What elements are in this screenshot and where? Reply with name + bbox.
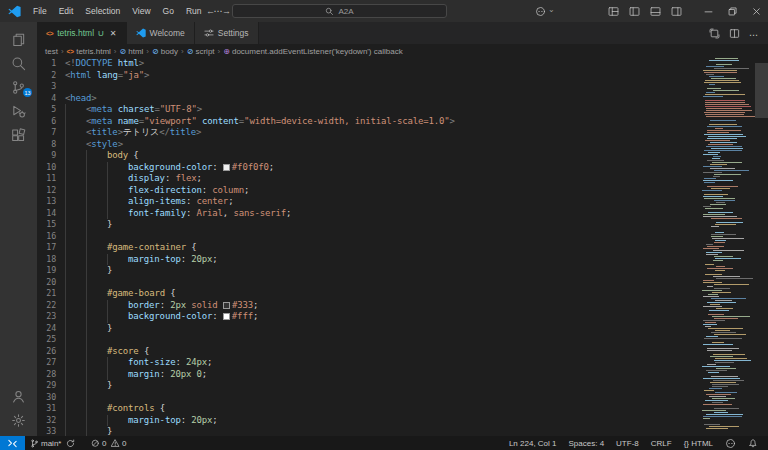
code-line: 1<!DOCTYPE html> — [37, 58, 698, 70]
extensions-button[interactable] — [0, 123, 37, 147]
indent-guide — [65, 185, 86, 197]
minimap-line — [713, 156, 721, 157]
color-swatch[interactable] — [223, 302, 230, 309]
minimap-line — [712, 386, 728, 387]
code-line: 15} — [37, 219, 698, 231]
code-token: "UTF-8" — [160, 104, 197, 114]
minimap-line — [714, 174, 741, 175]
source-control-button[interactable]: 13 — [0, 75, 37, 99]
minimap-line — [705, 322, 716, 323]
minimap-line — [702, 190, 722, 191]
split-editor-icon[interactable] — [729, 28, 740, 39]
menu-run[interactable]: Run — [180, 0, 208, 22]
minimap-line — [703, 280, 714, 281]
toggle-secondary-sidebar-icon[interactable] — [671, 6, 682, 17]
restore-icon[interactable] — [720, 0, 744, 22]
minimap-line — [714, 408, 738, 409]
breadcrumb-item[interactable]: test — [45, 47, 58, 56]
code-token: ; — [212, 415, 217, 425]
manage-gear-button[interactable] — [0, 408, 37, 432]
close-icon[interactable] — [744, 0, 768, 22]
code-editor[interactable]: 1<!DOCTYPE html>2<html lang="ja">34<head… — [37, 58, 768, 436]
accounts-button[interactable] — [0, 384, 37, 408]
git-branch-item[interactable]: main* — [25, 436, 80, 450]
color-swatch[interactable] — [223, 313, 230, 320]
minimap-line — [706, 146, 742, 147]
code-token: : — [186, 196, 197, 206]
minimap-line — [708, 136, 747, 137]
toggle-primary-sidebar-icon[interactable] — [629, 6, 640, 17]
forward-icon[interactable]: → — [222, 6, 231, 16]
tab-settings[interactable]: Settings — [195, 22, 259, 44]
vertical-scrollbar[interactable] — [755, 58, 768, 436]
breadcrumb-item[interactable]: ⊘body — [152, 47, 178, 56]
status-ln-224-col-1[interactable]: Ln 224, Col 1 — [503, 436, 563, 450]
code-token: margin — [128, 369, 160, 379]
line-content: } — [65, 380, 112, 392]
toggle-panel-icon[interactable] — [650, 6, 661, 17]
color-swatch[interactable] — [223, 164, 230, 171]
indent-guide — [65, 219, 86, 231]
tab-welcome[interactable]: Welcome — [127, 22, 195, 44]
code-lines: 1<!DOCTYPE html>2<html lang="ja">34<head… — [37, 58, 698, 436]
indent-guide — [86, 219, 107, 231]
menu-file[interactable]: File — [27, 0, 53, 22]
breadcrumb-item[interactable]: <>tetris.html — [67, 47, 111, 56]
status-html[interactable]: {} HTML — [678, 436, 719, 450]
menu-go[interactable]: Go — [157, 0, 180, 22]
minimize-icon[interactable] — [696, 0, 720, 22]
indent-guide — [107, 357, 128, 369]
close-icon[interactable]: ✕ — [110, 29, 117, 38]
activity-bar: 13 — [0, 22, 37, 436]
back-icon[interactable]: ← — [206, 6, 215, 16]
menu-view[interactable]: View — [126, 0, 156, 22]
copilot-icon[interactable] — [719, 436, 742, 450]
menu-edit[interactable]: Edit — [53, 0, 80, 22]
indent-guide — [107, 300, 128, 312]
explorer-button[interactable] — [0, 27, 37, 51]
command-center-search[interactable]: A2A — [232, 4, 447, 18]
run-debug-button[interactable] — [0, 99, 37, 123]
more-actions-icon[interactable]: ⋯ — [749, 24, 758, 42]
tab-tetris-html[interactable]: <>tetris.htmlU✕ — [37, 22, 127, 44]
code-line: 2<html lang="ja"> — [37, 70, 698, 82]
minimap-line — [715, 258, 741, 259]
problems-item[interactable]: 0 0 — [86, 436, 131, 450]
minimap-line — [700, 192, 755, 193]
minimap-line — [705, 100, 745, 101]
copilot-menu-button[interactable]: ⌄ — [535, 0, 555, 22]
code-token: "width=device-width, initial-scale=1.0" — [244, 116, 449, 126]
open-preview-icon[interactable] — [709, 28, 720, 39]
line-number: 21 — [37, 288, 56, 300]
indent-guide — [65, 265, 86, 277]
status-bar-right: Ln 224, Col 1Spaces: 4UTF-8CRLF{} HTML — [503, 436, 768, 450]
breadcrumb-item[interactable]: ⊘script — [187, 47, 215, 56]
minimap-line — [704, 390, 713, 391]
line-content — [65, 392, 107, 404]
sync-icon — [66, 439, 75, 448]
scrollbar-slider[interactable] — [755, 63, 768, 118]
status-spaces-4[interactable]: Spaces: 4 — [563, 436, 611, 450]
minimap-line — [703, 344, 733, 345]
breadcrumb-item[interactable]: ⊘html — [120, 47, 144, 56]
customize-layout-icon[interactable] — [608, 6, 619, 17]
minimap-line — [703, 282, 722, 283]
minimap-line — [715, 58, 739, 59]
remote-indicator[interactable] — [0, 436, 25, 450]
notifications-bell-icon[interactable] — [742, 436, 764, 450]
minimap-line — [708, 152, 720, 153]
minimap[interactable] — [700, 58, 755, 436]
code-token: border — [128, 300, 160, 310]
code-token: : — [165, 173, 176, 183]
status-utf-8[interactable]: UTF-8 — [610, 436, 645, 450]
search-button[interactable] — [0, 51, 37, 75]
code-token: center — [197, 196, 229, 206]
breadcrumb-item[interactable]: ⊕document.addEventListener('keydown') ca… — [223, 47, 402, 56]
indent-guide — [107, 311, 128, 323]
menu-selection[interactable]: Selection — [79, 0, 126, 22]
status-crlf[interactable]: CRLF — [645, 436, 678, 450]
code-token: : — [181, 254, 192, 264]
indent-guide — [65, 334, 86, 346]
indent-guide — [86, 196, 107, 208]
line-content: border: 2px solid #333; — [65, 300, 258, 312]
